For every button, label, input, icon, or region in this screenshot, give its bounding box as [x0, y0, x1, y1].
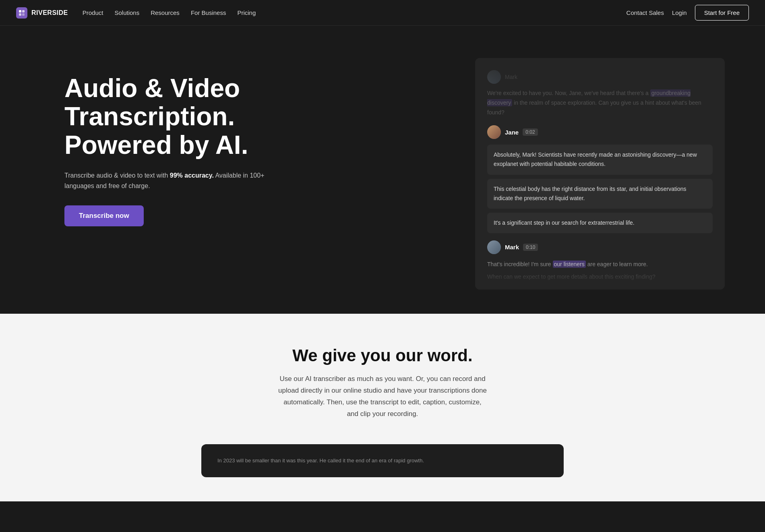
svg-rect-1	[22, 10, 25, 12]
start-for-free-button[interactable]: Start for Free	[695, 5, 749, 21]
svg-rect-0	[19, 10, 21, 12]
hero-title: Audio & Video Transcription. Powered by …	[64, 74, 266, 159]
mark-avatar	[487, 240, 501, 254]
bottom-preview-panel: In 2023 will be smaller than it was this…	[201, 444, 564, 477]
mark-name: Mark	[505, 244, 519, 250]
jane-timestamp: 0:02	[523, 128, 538, 136]
ghost-text-block: We're excited to have you. Now, Jane, we…	[487, 89, 713, 117]
mark-speaker-row: Mark 0:10	[487, 240, 713, 254]
hero-right: Mark We're excited to have you. Now, Jan…	[290, 50, 749, 290]
ghost-speaker-row: Mark	[487, 70, 713, 84]
lower-title: We give you our word.	[16, 346, 749, 365]
jane-name: Jane	[505, 129, 519, 136]
jane-speaker-row: Jane 0:02	[487, 125, 713, 139]
hero-left: Audio & Video Transcription. Powered by …	[64, 50, 266, 226]
mark-name-ghost: Mark	[505, 74, 517, 80]
our-listeners-highlight: our listeners	[553, 261, 586, 268]
mark-timestamp: 0:10	[523, 244, 538, 251]
jane-bubble-2: This celestial body has the right distan…	[487, 179, 713, 209]
lower-description: Use our AI transcriber as much as you wa…	[278, 373, 487, 420]
lower-section: We give you our word. Use our AI transcr…	[0, 314, 765, 501]
logo[interactable]: RIVERSIDE	[16, 7, 68, 19]
contact-sales-link[interactable]: Contact Sales	[626, 9, 664, 16]
jane-avatar	[487, 125, 501, 139]
svg-rect-3	[22, 13, 25, 16]
mark-text-1: That's incredible! I'm sure our listener…	[487, 260, 713, 269]
mark-text-2-ghost: When can we expect to get more details a…	[487, 272, 713, 282]
nav-item-product[interactable]: Product	[83, 9, 103, 16]
hero-subtitle: Transcribe audio & video to text with 99…	[64, 170, 266, 191]
bottom-preview-text: In 2023 will be smaller than it was this…	[217, 456, 548, 465]
logo-icon	[16, 7, 27, 19]
nav-item-forbusiness[interactable]: For Business	[191, 9, 226, 16]
jane-bubble-1: Absolutely, Mark! Scientists have recent…	[487, 145, 713, 174]
nav-item-pricing[interactable]: Pricing	[237, 9, 256, 16]
jane-bubble-3: It's a significant step in our search fo…	[487, 213, 713, 233]
transcribe-now-button[interactable]: Transcribe now	[64, 205, 144, 226]
transcript-panel: Mark We're excited to have you. Now, Jan…	[475, 58, 725, 290]
navbar-left: RIVERSIDE Product Solutions Resources Fo…	[16, 7, 256, 19]
navbar: RIVERSIDE Product Solutions Resources Fo…	[0, 0, 765, 26]
nav-item-solutions[interactable]: Solutions	[114, 9, 139, 16]
mark-avatar-ghost	[487, 70, 501, 84]
logo-text: RIVERSIDE	[31, 9, 68, 17]
login-link[interactable]: Login	[672, 9, 687, 16]
nav-item-resources[interactable]: Resources	[151, 9, 180, 16]
navbar-right: Contact Sales Login Start for Free	[626, 5, 749, 21]
hero-section: Audio & Video Transcription. Powered by …	[0, 26, 765, 314]
svg-rect-2	[19, 13, 21, 16]
nav-links: Product Solutions Resources For Business…	[83, 9, 256, 17]
